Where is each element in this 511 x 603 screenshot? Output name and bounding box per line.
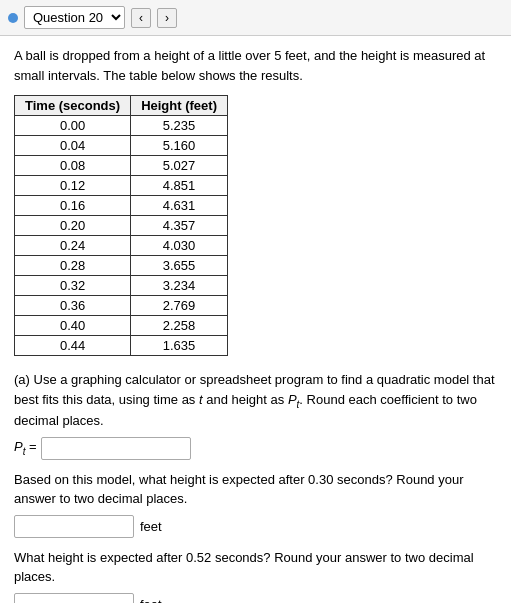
content-area: A ball is dropped from a height of a lit… xyxy=(0,36,511,603)
table-cell: 3.234 xyxy=(131,276,228,296)
part-c-text: What height is expected after 0.52 secon… xyxy=(14,548,497,587)
table-row: 0.323.234 xyxy=(15,276,228,296)
table-row: 0.362.769 xyxy=(15,296,228,316)
table-row: 0.164.631 xyxy=(15,196,228,216)
col-height: Height (feet) xyxy=(131,96,228,116)
table-row: 0.005.235 xyxy=(15,116,228,136)
table-row: 0.283.655 xyxy=(15,256,228,276)
table-cell: 4.357 xyxy=(131,216,228,236)
data-table: Time (seconds) Height (feet) 0.005.2350.… xyxy=(14,95,228,356)
part-b-input[interactable] xyxy=(14,515,134,538)
table-cell: 0.40 xyxy=(15,316,131,336)
table-cell: 5.160 xyxy=(131,136,228,156)
table-cell: 2.258 xyxy=(131,316,228,336)
section-b: Based on this model, what height is expe… xyxy=(14,470,497,538)
table-cell: 2.769 xyxy=(131,296,228,316)
prev-button[interactable]: ‹ xyxy=(131,8,151,28)
part-b-input-row: feet xyxy=(14,515,497,538)
table-cell: 4.030 xyxy=(131,236,228,256)
table-cell: 0.36 xyxy=(15,296,131,316)
table-cell: 0.00 xyxy=(15,116,131,136)
table-row: 0.441.635 xyxy=(15,336,228,356)
table-cell: 0.12 xyxy=(15,176,131,196)
table-cell: 0.32 xyxy=(15,276,131,296)
part-b-unit: feet xyxy=(140,519,162,534)
part-c-input[interactable] xyxy=(14,593,134,603)
table-row: 0.244.030 xyxy=(15,236,228,256)
section-a: (a) Use a graphing calculator or spreads… xyxy=(14,370,497,460)
table-cell: 0.28 xyxy=(15,256,131,276)
part-c-unit: feet xyxy=(140,597,162,603)
table-cell: 5.027 xyxy=(131,156,228,176)
table-row: 0.204.357 xyxy=(15,216,228,236)
table-cell: 0.16 xyxy=(15,196,131,216)
table-cell: 4.851 xyxy=(131,176,228,196)
header: Question 20 ‹ › xyxy=(0,0,511,36)
section-c: What height is expected after 0.52 secon… xyxy=(14,548,497,603)
table-cell: 1.635 xyxy=(131,336,228,356)
table-cell: 5.235 xyxy=(131,116,228,136)
part-a-text: (a) Use a graphing calculator or spreads… xyxy=(14,370,497,431)
pt-equation-row: Pt = xyxy=(14,437,497,460)
table-row: 0.085.027 xyxy=(15,156,228,176)
table-cell: 3.655 xyxy=(131,256,228,276)
pt-label: Pt = xyxy=(14,439,37,457)
table-cell: 0.08 xyxy=(15,156,131,176)
table-cell: 0.04 xyxy=(15,136,131,156)
table-row: 0.045.160 xyxy=(15,136,228,156)
part-a-input[interactable] xyxy=(41,437,191,460)
table-row: 0.124.851 xyxy=(15,176,228,196)
part-c-input-row: feet xyxy=(14,593,497,603)
status-dot xyxy=(8,13,18,23)
part-b-text: Based on this model, what height is expe… xyxy=(14,470,497,509)
table-cell: 0.44 xyxy=(15,336,131,356)
question-select[interactable]: Question 20 xyxy=(24,6,125,29)
table-cell: 0.20 xyxy=(15,216,131,236)
part-a-desc: Use a graphing calculator or spreadsheet… xyxy=(14,372,495,428)
table-cell: 4.631 xyxy=(131,196,228,216)
part-a-label: (a) xyxy=(14,372,34,387)
table-row: 0.402.258 xyxy=(15,316,228,336)
table-cell: 0.24 xyxy=(15,236,131,256)
next-button[interactable]: › xyxy=(157,8,177,28)
col-time: Time (seconds) xyxy=(15,96,131,116)
intro-text: A ball is dropped from a height of a lit… xyxy=(14,46,497,85)
